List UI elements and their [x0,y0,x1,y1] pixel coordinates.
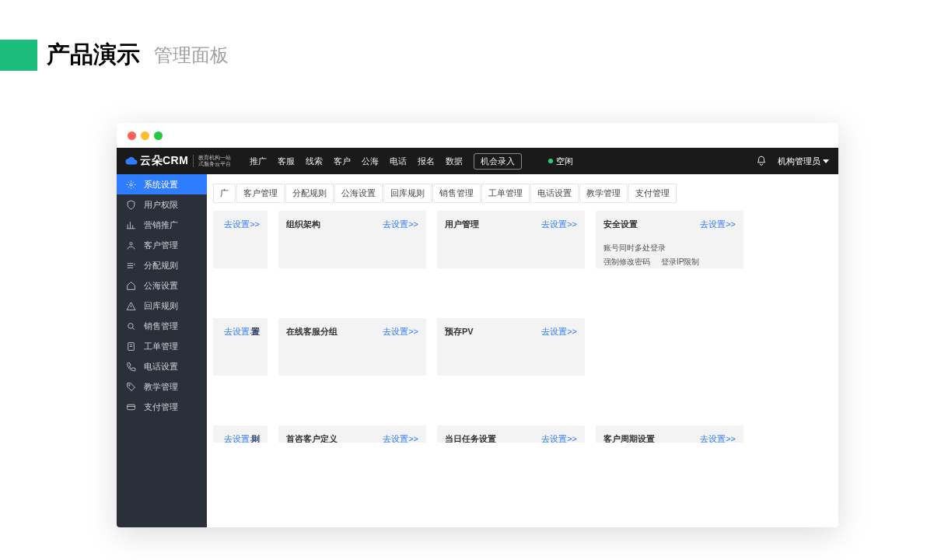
settings-card: 去设置>> [213,211,268,268]
sidebar-item-label: 销售管理 [144,320,178,332]
sidebar-item-11[interactable]: 支付管理 [117,397,207,417]
card-go-settings-link[interactable]: 去设置>> [383,326,418,338]
sidebar-item-label: 客户管理 [144,240,178,251]
main-content: 广客户管理分配规则公海设置回库规则销售管理工单管理电话设置教学管理支付管理 去设… [207,174,838,527]
subtab-4[interactable]: 回库规则 [383,184,432,203]
sidebar-item-4[interactable]: 分配规则 [117,255,207,275]
sidebar-item-0[interactable]: 系统设置 [117,174,207,194]
sidebar-item-label: 回库规则 [144,300,178,312]
subtab-7[interactable]: 电话设置 [530,184,579,203]
slide-subtitle: 管理面板 [154,43,229,68]
sidebar-item-9[interactable]: 电话设置 [117,356,207,376]
card-go-settings-link[interactable]: 去设置>> [700,219,736,230]
status-indicator-dot [548,159,553,163]
sidebar-item-label: 电话设置 [144,361,178,373]
settings-card: 安全设置去设置>>账号同时多处登录强制修改密码登录IP限制 [596,211,743,268]
sidebar-item-label: 支付管理 [144,401,178,413]
settings-card: 置去设置>> [213,318,268,376]
record-entry-button[interactable]: 机会录入 [474,153,522,170]
top-navbar: 云朵CRM 教育机构一站式服务云平台 推广 客服 线索 客户 公海 电话 报名 … [117,148,838,174]
user-role-menu[interactable]: 机构管理员 [778,156,829,167]
chevron-down-icon [823,159,829,163]
nav-phone[interactable]: 电话 [390,156,407,167]
green-accent-bar [0,40,37,71]
subtab-5[interactable]: 销售管理 [432,184,481,203]
svg-point-1 [130,242,132,244]
svg-rect-5 [128,404,135,410]
nav-customer[interactable]: 客户 [334,156,351,167]
settings-card: 组织架构去设置>> [278,211,426,268]
settings-card: 客户周期设置去设置>> [596,425,743,443]
sidebar-item-1[interactable]: 用户权限 [117,194,207,215]
subtab-0[interactable]: 广 [213,184,236,203]
card-go-settings-link[interactable]: 去设置>> [383,219,418,230]
settings-card: 在线客服分组去设置>> [278,318,426,376]
settings-card: 则去设置>> [213,425,268,443]
settings-card: 预存PV去设置>> [437,318,585,376]
slide-heading: 产品演示 管理面板 [0,39,229,71]
sidebar-item-label: 营销推广 [144,219,178,231]
sidebar-item-8[interactable]: 工单管理 [117,336,207,356]
sidebar-item-2[interactable]: 营销推广 [117,215,207,235]
card-go-settings-link[interactable]: 去设置>> [700,433,736,443]
user-role-label: 机构管理员 [778,156,820,167]
card-row: 置去设置>>在线客服分组去设置>>预存PV去设置>> [213,318,831,376]
subtab-9[interactable]: 支付管理 [628,184,677,203]
subtab-6[interactable]: 工单管理 [481,184,530,203]
sidebar-item-6[interactable]: 回库规则 [117,296,207,316]
cloud-icon [124,154,138,168]
nav-signup[interactable]: 报名 [418,156,435,167]
card-go-settings-link[interactable]: 去设置>> [224,219,260,230]
topnav-items: 推广 客服 线索 客户 公海 电话 报名 数据 [250,156,463,167]
mac-titlebar [117,123,838,148]
card-row: 则去设置>>首咨客户定义去设置>>当日任务设置去设置>>客户周期设置去设置>> [213,425,831,443]
sidebar-item-label: 分配规则 [144,260,178,271]
sidebar: 系统设置用户权限营销推广客户管理分配规则公海设置回库规则销售管理工单管理电话设置… [117,174,207,527]
card-go-settings-link[interactable]: 去设置>> [224,326,260,338]
status-text: 空闲 [556,156,573,167]
card-go-settings-link[interactable]: 去设置>> [224,433,260,443]
sidebar-item-label: 教学管理 [144,381,178,393]
settings-card: 首咨客户定义去设置>> [278,425,426,443]
subtab-8[interactable]: 教学管理 [579,184,628,203]
mac-min-dot[interactable] [141,131,149,140]
subtab-bar: 广客户管理分配规则公海设置回库规则销售管理工单管理电话设置教学管理支付管理 [207,174,838,211]
card-row: 去设置>>组织架构去设置>>用户管理去设置>>安全设置去设置>>账号同时多处登录… [213,211,831,268]
sidebar-item-3[interactable]: 客户管理 [117,235,207,255]
subtab-2[interactable]: 分配规则 [285,184,334,203]
nav-promote[interactable]: 推广 [250,156,267,167]
subtab-1[interactable]: 客户管理 [236,184,285,203]
sidebar-item-5[interactable]: 公海设置 [117,275,207,296]
sidebar-item-label: 公海设置 [144,280,178,292]
settings-card: 用户管理去设置>> [437,211,585,268]
card-go-settings-link[interactable]: 去设置>> [541,433,577,443]
bell-icon[interactable] [756,156,767,166]
nav-service[interactable]: 客服 [278,156,295,167]
brand-tagline: 教育机构一站式服务云平台 [193,155,231,166]
app-window: 云朵CRM 教育机构一站式服务云平台 推广 客服 线索 客户 公海 电话 报名 … [117,123,838,527]
sidebar-item-label: 工单管理 [144,341,178,352]
nav-leads[interactable]: 线索 [306,156,323,167]
cards-area: 去设置>>组织架构去设置>>用户管理去设置>>安全设置去设置>>账号同时多处登录… [207,211,838,443]
card-sub-options: 账号同时多处登录强制修改密码登录IP限制 [603,241,736,269]
card-go-settings-link[interactable]: 去设置>> [541,326,577,338]
slide-title: 产品演示 [47,39,140,71]
nav-data[interactable]: 数据 [446,156,463,167]
svg-point-2 [128,323,134,328]
sidebar-item-7[interactable]: 销售管理 [117,316,207,336]
subtab-3[interactable]: 公海设置 [334,184,383,203]
settings-card: 当日任务设置去设置>> [437,425,585,443]
sidebar-item-label: 系统设置 [144,179,178,191]
sidebar-item-label: 用户权限 [144,199,178,211]
mac-max-dot[interactable] [154,131,163,140]
brand-logo[interactable]: 云朵CRM 教育机构一站式服务云平台 [117,148,239,174]
svg-point-0 [130,183,132,185]
nav-public[interactable]: 公海 [362,156,379,167]
card-go-settings-link[interactable]: 去设置>> [383,433,418,443]
sidebar-item-10[interactable]: 教学管理 [117,376,207,397]
card-go-settings-link[interactable]: 去设置>> [541,219,577,230]
svg-point-4 [129,384,131,386]
brand-name: 云朵CRM [140,154,188,168]
topnav-right: 机构管理员 [756,156,829,167]
mac-close-dot[interactable] [128,131,136,140]
